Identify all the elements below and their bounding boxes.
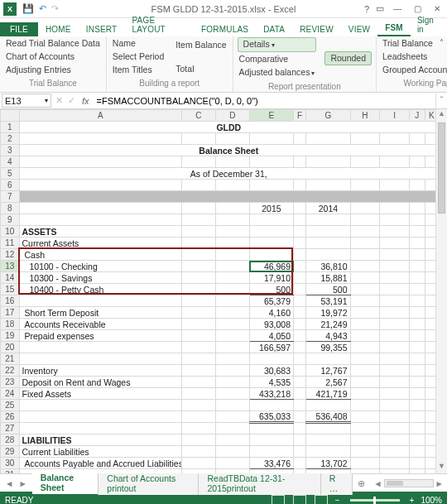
qat-undo-icon[interactable]: ↶ <box>39 3 46 14</box>
cell-H26[interactable] <box>350 411 380 423</box>
cell-I27[interactable] <box>380 423 410 434</box>
cell-G15[interactable]: 500 <box>306 284 350 295</box>
cell-C24[interactable] <box>181 388 215 400</box>
cell-D26[interactable] <box>215 411 249 423</box>
col-header-C[interactable]: C <box>181 110 215 122</box>
sheet-tab-readtbdata[interactable]: ReadTBData 12-31-2015printout <box>199 472 320 495</box>
row-header-9[interactable]: 9 <box>1 214 20 226</box>
cell-D14[interactable] <box>215 272 249 284</box>
sheet-nav-next-icon[interactable]: ► <box>17 478 28 488</box>
cell-J2[interactable] <box>410 133 425 145</box>
row-header-8[interactable]: 8 <box>1 203 20 214</box>
trial-balance-button[interactable]: Trial Balance <box>381 37 447 50</box>
horizontal-scroll[interactable]: ◄ ► <box>370 478 447 488</box>
cell-G29[interactable] <box>306 446 350 458</box>
cell-C22[interactable] <box>181 365 215 377</box>
details-button[interactable]: Details▾ <box>238 37 317 52</box>
cell-D15[interactable] <box>215 284 249 295</box>
cell-C9[interactable] <box>181 214 215 226</box>
row-header-23[interactable]: 23 <box>1 377 20 388</box>
cell-A24[interactable]: Fixed Assets <box>19 388 181 400</box>
cell-F2[interactable] <box>294 133 306 145</box>
cell-E25[interactable] <box>249 400 293 411</box>
cell-D9[interactable] <box>215 214 249 226</box>
cell-I22[interactable] <box>380 365 410 377</box>
cell-A5[interactable]: As of December 31, <box>19 168 439 180</box>
cell-F11[interactable] <box>294 238 306 249</box>
row-header-12[interactable]: 12 <box>1 249 20 261</box>
tab-home[interactable]: HOME <box>38 22 79 36</box>
cell-E22[interactable]: 30,683 <box>249 365 293 377</box>
col-header-G[interactable]: G <box>306 110 350 122</box>
cell-J16[interactable] <box>410 295 425 307</box>
cell-C29[interactable] <box>181 446 215 458</box>
cell-I8[interactable] <box>380 203 410 214</box>
sheet-tab-coa-printout[interactable]: Chart of Accounts printout <box>99 472 199 495</box>
cell-G26[interactable]: 536,408 <box>306 411 350 423</box>
sheet-nav[interactable]: ◄ ► <box>0 478 32 488</box>
cell-F29[interactable] <box>294 446 306 458</box>
cell-F26[interactable] <box>294 411 306 423</box>
vertical-scrollbar[interactable]: ▲ ▼ <box>435 109 447 473</box>
item-balance-button[interactable]: Item Balance <box>174 39 228 51</box>
row-header-2[interactable]: 2 <box>1 133 20 145</box>
cell-E30[interactable]: 33,476 <box>249 458 293 469</box>
select-all[interactable] <box>1 110 20 122</box>
cell-J4[interactable] <box>410 156 425 168</box>
total-button[interactable]: Total <box>174 63 228 75</box>
cell-D19[interactable] <box>215 330 249 342</box>
zoom-slider[interactable] <box>350 499 400 502</box>
cell-A30[interactable]: Accounts Payable and Accrued Liabilities <box>19 458 181 469</box>
cell-I10[interactable] <box>380 226 410 238</box>
adjusted-balances-button[interactable]: Adjusted balances▾ <box>238 66 317 79</box>
vertical-scroll-thumb[interactable] <box>438 122 445 214</box>
cell-F25[interactable] <box>294 400 306 411</box>
cell-J15[interactable] <box>410 284 425 295</box>
cell-G12[interactable] <box>306 249 350 261</box>
cell-D30[interactable] <box>215 458 249 469</box>
row-header-29[interactable]: 29 <box>1 446 20 458</box>
cell-F28[interactable] <box>294 434 306 446</box>
minimize-button[interactable]: — <box>387 1 407 17</box>
name-box[interactable]: E13▾ <box>2 94 51 108</box>
cell-G31[interactable] <box>306 469 350 474</box>
cell-C17[interactable] <box>181 307 215 319</box>
cell-I11[interactable] <box>380 238 410 249</box>
cell-D17[interactable] <box>215 307 249 319</box>
row-header-15[interactable]: 15 <box>1 284 20 295</box>
item-titles-button[interactable]: Item Titles <box>111 64 166 76</box>
zoom-in-button[interactable]: + <box>410 496 415 505</box>
row-header-14[interactable]: 14 <box>1 272 20 284</box>
cell-E15[interactable]: 500 <box>249 284 293 295</box>
cell-J27[interactable] <box>410 423 425 434</box>
cell-D27[interactable] <box>215 423 249 434</box>
zoom-level[interactable]: 100% <box>421 496 442 505</box>
cell-I16[interactable] <box>380 295 410 307</box>
col-header-J[interactable]: J <box>410 110 425 122</box>
select-period-button[interactable]: Select Period <box>111 50 166 63</box>
cell-G18[interactable]: 21,249 <box>306 319 350 330</box>
cell-E31[interactable] <box>249 469 293 474</box>
cell-G4[interactable] <box>306 156 350 168</box>
cell-A28[interactable]: LIABILITIES <box>19 434 181 446</box>
grid-area[interactable]: ACDEFGHIJK1GLDD23Balance Sheet45As of De… <box>0 109 447 473</box>
cell-H13[interactable] <box>350 261 380 272</box>
cell-A20[interactable] <box>19 342 181 353</box>
cell-G11[interactable] <box>306 238 350 249</box>
row-header-5[interactable]: 5 <box>1 168 20 180</box>
cell-J28[interactable] <box>410 434 425 446</box>
cell-A29[interactable]: Current Liabilities <box>19 446 181 458</box>
row-header-19[interactable]: 19 <box>1 330 20 342</box>
cell-G19[interactable]: 4,943 <box>306 330 350 342</box>
cell-F18[interactable] <box>294 319 306 330</box>
cell-F4[interactable] <box>294 156 306 168</box>
cell-C27[interactable] <box>181 423 215 434</box>
cell-F22[interactable] <box>294 365 306 377</box>
cell-H12[interactable] <box>350 249 380 261</box>
cell-I4[interactable] <box>380 156 410 168</box>
view-normal-icon[interactable] <box>272 495 285 504</box>
cell-D8[interactable] <box>215 203 249 214</box>
cell-A18[interactable]: Accounts Receivable <box>19 319 181 330</box>
cell-E27[interactable] <box>249 423 293 434</box>
col-header-E[interactable]: E <box>249 110 293 122</box>
